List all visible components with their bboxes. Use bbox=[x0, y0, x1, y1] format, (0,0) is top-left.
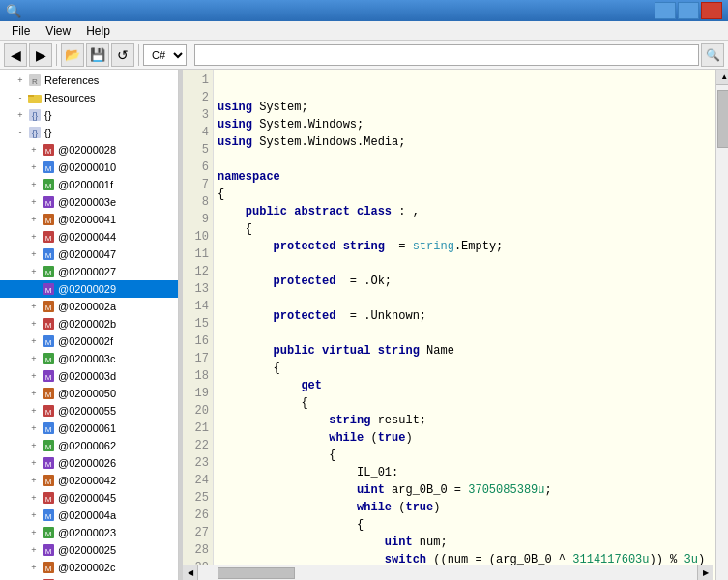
tree-item[interactable]: +M@02000045 bbox=[0, 489, 178, 507]
tree-item-icon: M bbox=[41, 403, 56, 419]
back-button[interactable]: ◀ bbox=[4, 44, 27, 67]
tree-expander[interactable]: + bbox=[27, 543, 41, 557]
tree-expander[interactable]: + bbox=[27, 195, 41, 209]
tree-item-icon: M bbox=[41, 508, 56, 523]
scroll-thumb[interactable] bbox=[717, 90, 728, 148]
toolbar-separator-1 bbox=[56, 44, 57, 66]
tree-item[interactable]: +M@02000041 bbox=[0, 211, 178, 228]
tree-expander[interactable]: + bbox=[27, 143, 41, 157]
tree-expander[interactable] bbox=[27, 282, 41, 296]
open-button[interactable]: 📂 bbox=[61, 44, 84, 67]
tree-item[interactable]: +M@02000042 bbox=[0, 472, 178, 489]
tree-expander[interactable]: + bbox=[27, 404, 41, 418]
tree-item[interactable]: +M@0200002a bbox=[0, 298, 178, 315]
tree-item[interactable]: -{}{} bbox=[0, 124, 178, 141]
tree-item[interactable]: +M@0200003c bbox=[0, 350, 178, 367]
tree-expander[interactable]: + bbox=[27, 265, 41, 278]
tree-expander[interactable]: + bbox=[27, 526, 41, 539]
tree-item[interactable]: +M@02000061 bbox=[0, 420, 178, 437]
tree-expander[interactable]: + bbox=[27, 421, 41, 435]
tree-item-label: @02000027 bbox=[58, 266, 116, 277]
tree-expander[interactable]: + bbox=[27, 230, 41, 244]
language-selector[interactable]: C# IL bbox=[143, 44, 187, 66]
tree-expander[interactable]: + bbox=[27, 561, 41, 574]
tree-expander[interactable]: + bbox=[27, 474, 41, 487]
tree-expander[interactable]: + bbox=[27, 334, 41, 348]
code-line bbox=[218, 325, 712, 342]
tree-item[interactable]: +M@0200002b bbox=[0, 315, 178, 333]
tree-expander[interactable]: + bbox=[14, 73, 27, 87]
tree-item[interactable]: +M@02000025 bbox=[0, 541, 178, 559]
tree-expander[interactable]: + bbox=[14, 108, 27, 122]
tree-item-icon: M bbox=[41, 281, 56, 297]
refresh-button[interactable]: ↺ bbox=[111, 44, 134, 67]
tree-item[interactable]: +M@02000050 bbox=[0, 385, 178, 402]
menu-view[interactable]: View bbox=[38, 23, 78, 39]
tree-item[interactable]: +M@02000062 bbox=[0, 437, 178, 454]
tree-item[interactable]: +M@0200004a bbox=[0, 507, 178, 524]
tree-item[interactable]: +RReferences bbox=[0, 72, 178, 89]
line-number: 14 bbox=[183, 298, 213, 315]
tree-item[interactable]: +M@02000026 bbox=[0, 454, 178, 472]
tree-expander[interactable]: + bbox=[27, 508, 41, 522]
tree-item-label: @0200001f bbox=[58, 179, 113, 190]
tree-item[interactable]: +M@0200002c bbox=[0, 559, 178, 576]
tree-item-label: @0200002f bbox=[58, 335, 113, 347]
tree-item-icon: M bbox=[41, 334, 56, 349]
tree-expander[interactable]: + bbox=[27, 369, 41, 383]
scroll-up-button[interactable]: ▲ bbox=[716, 70, 728, 85]
tree-expander[interactable]: + bbox=[27, 300, 41, 313]
tree-item-icon: M bbox=[41, 420, 56, 436]
code-line: while (true) bbox=[218, 429, 712, 447]
tree-item-label: @0200003c bbox=[58, 353, 116, 364]
tree-expander[interactable]: + bbox=[27, 317, 41, 331]
tree-item[interactable]: -Resources bbox=[0, 89, 178, 106]
tree-item[interactable]: +M@02000047 bbox=[0, 246, 178, 263]
maximize-button[interactable] bbox=[678, 2, 699, 19]
tree-expander[interactable]: + bbox=[27, 178, 41, 191]
scroll-left-button[interactable]: ◀ bbox=[183, 566, 198, 581]
save-button[interactable]: 💾 bbox=[86, 44, 109, 67]
tree-item[interactable]: +{}{} bbox=[0, 106, 178, 124]
scroll-right-button[interactable]: ▶ bbox=[697, 566, 713, 581]
tree-expander[interactable]: + bbox=[27, 439, 41, 452]
tree-expander[interactable]: + bbox=[27, 456, 41, 470]
tree-expander[interactable]: + bbox=[27, 213, 41, 226]
tree-item[interactable]: +M@0200001f bbox=[0, 176, 178, 193]
tree-expander[interactable]: - bbox=[14, 91, 27, 104]
horizontal-scrollbar[interactable]: ◀ ▶ bbox=[183, 565, 713, 580]
tree-item[interactable]: +M@0200003e bbox=[0, 193, 178, 211]
search-input[interactable] bbox=[194, 44, 699, 66]
tree-item[interactable]: +M@02000023 bbox=[0, 524, 178, 541]
code-line: { bbox=[218, 394, 712, 412]
close-button[interactable] bbox=[701, 2, 722, 19]
forward-button[interactable]: ▶ bbox=[29, 44, 52, 67]
code-line: { bbox=[218, 220, 712, 238]
menu-help[interactable]: Help bbox=[78, 23, 118, 39]
svg-text:M: M bbox=[45, 373, 52, 382]
tree-expander[interactable]: + bbox=[27, 491, 41, 505]
tree-item[interactable]: +M@02000027 bbox=[0, 263, 178, 280]
code-line: protected string = string.Empty; bbox=[218, 238, 712, 255]
hscroll-thumb[interactable] bbox=[218, 567, 295, 579]
tree-item[interactable]: +M@02000055 bbox=[0, 402, 178, 420]
title-bar: 🔍 bbox=[0, 0, 728, 21]
tree-item[interactable]: +M@02000044 bbox=[0, 228, 178, 246]
tree-item[interactable]: +M@02000040 bbox=[0, 576, 178, 580]
tree-item[interactable]: +M@0200002f bbox=[0, 333, 178, 350]
vertical-scrollbar[interactable]: ▲ ▼ bbox=[715, 70, 728, 580]
tree-expander[interactable]: + bbox=[27, 247, 41, 261]
svg-text:M: M bbox=[45, 286, 52, 295]
menu-file[interactable]: File bbox=[4, 23, 38, 39]
minimize-button[interactable] bbox=[655, 2, 676, 19]
tree-expander[interactable]: + bbox=[27, 387, 41, 400]
search-button[interactable]: 🔍 bbox=[701, 44, 724, 67]
tree-expander[interactable]: - bbox=[14, 126, 27, 139]
tree-item[interactable]: M@02000029 bbox=[0, 280, 178, 298]
tree-item[interactable]: +M@02000010 bbox=[0, 159, 178, 176]
tree-item[interactable]: +M@0200003d bbox=[0, 367, 178, 385]
tree-expander[interactable]: + bbox=[27, 160, 41, 174]
tree-item[interactable]: +M@02000028 bbox=[0, 141, 178, 159]
tree-expander[interactable]: + bbox=[27, 352, 41, 365]
tree-item-icon: M bbox=[41, 194, 56, 210]
